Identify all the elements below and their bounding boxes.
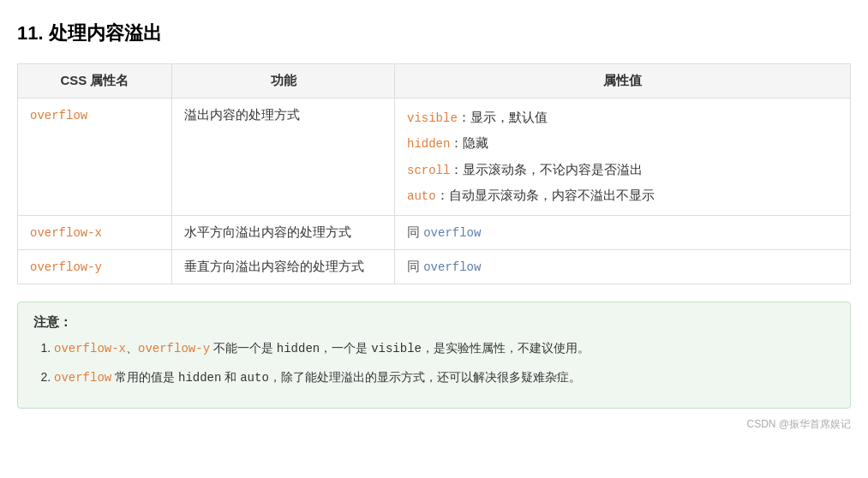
- note-list: overflow-x、overflow-y 不能一个是 hidden，一个是 v…: [33, 338, 835, 389]
- cell-css-name: overflow-y: [18, 249, 172, 284]
- note-title: 注意：: [33, 314, 835, 331]
- cell-css-name: overflow-x: [18, 215, 172, 249]
- watermark: CSDN @振华首席娱记: [17, 417, 851, 432]
- cell-val: visible：显示，默认值hidden：隐藏scroll：显示滚动条，不论内容…: [395, 99, 851, 216]
- header-func: 功能: [172, 64, 395, 99]
- table-row: overflow溢出内容的处理方式visible：显示，默认值hidden：隐藏…: [18, 99, 851, 216]
- header-css-name: CSS 属性名: [18, 64, 172, 99]
- cell-val: 同 overflow: [395, 215, 851, 249]
- header-val: 属性值: [395, 64, 851, 99]
- cell-func: 溢出内容的处理方式: [172, 99, 395, 216]
- cell-css-name: overflow: [18, 99, 172, 216]
- cell-func: 垂直方向溢出内容给的处理方式: [172, 249, 395, 284]
- note-item: overflow-x、overflow-y 不能一个是 hidden，一个是 v…: [54, 338, 835, 360]
- cell-func: 水平方向溢出内容的处理方式: [172, 215, 395, 249]
- table-row: overflow-y垂直方向溢出内容给的处理方式同 overflow: [18, 249, 851, 284]
- css-table: CSS 属性名 功能 属性值 overflow溢出内容的处理方式visible：…: [17, 63, 851, 284]
- note-item: overflow 常用的值是 hidden 和 auto，除了能处理溢出的显示方…: [54, 367, 835, 389]
- cell-val: 同 overflow: [395, 249, 851, 284]
- page-title: 11. 处理内容溢出: [17, 21, 851, 46]
- table-header-row: CSS 属性名 功能 属性值: [18, 64, 851, 99]
- table-row: overflow-x水平方向溢出内容的处理方式同 overflow: [18, 215, 851, 249]
- note-box: 注意： overflow-x、overflow-y 不能一个是 hidden，一…: [17, 302, 851, 409]
